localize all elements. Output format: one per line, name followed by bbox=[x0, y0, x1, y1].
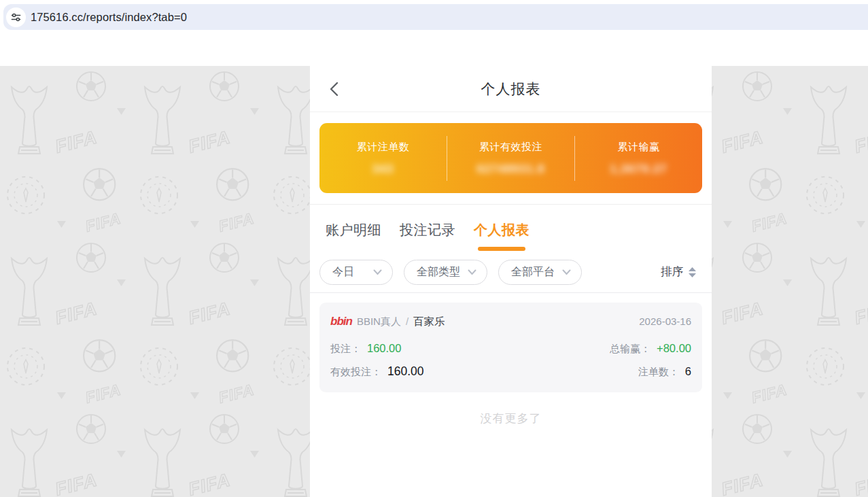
total-winloss: 总输赢： +80.00 bbox=[610, 342, 691, 356]
tab-betting-records[interactable]: 投注记录 bbox=[400, 221, 455, 251]
report-list-item: bbin BBIN真人 / 百家乐 2026-03-16 投注： 160.00 … bbox=[319, 303, 702, 392]
screen: 175616.cc/reports/index?tab=0 FIFA bbox=[0, 0, 868, 497]
tab-personal-report[interactable]: 个人报表 bbox=[474, 221, 530, 251]
back-button[interactable] bbox=[328, 80, 344, 98]
tab-underline bbox=[404, 247, 451, 251]
tab-underline bbox=[330, 247, 377, 251]
bet-amount: 投注： 160.00 bbox=[330, 342, 401, 356]
stat-value-blurred: 1,3679.27 bbox=[575, 162, 702, 176]
stat-value-blurred: 343 bbox=[319, 162, 447, 176]
stat-total-bets: 累计注单数 343 bbox=[319, 141, 447, 176]
no-more-label: 没有更多了 bbox=[310, 411, 712, 426]
valid-bet-amount: 有效投注： 160.00 bbox=[330, 364, 424, 379]
tab-account-details[interactable]: 账户明细 bbox=[326, 221, 381, 251]
date-range-dropdown[interactable]: 今日 bbox=[319, 260, 393, 285]
bet-count: 注单数： 6 bbox=[638, 365, 691, 379]
address-omnibox[interactable]: 175616.cc/reports/index?tab=0 bbox=[3, 4, 868, 30]
chevron-left-icon bbox=[328, 81, 340, 97]
platform-dropdown[interactable]: 全部平台 bbox=[498, 260, 582, 285]
stat-total-valid-bets: 累计有效投注 62748931.8 bbox=[447, 141, 574, 176]
report-item-header: bbin BBIN真人 / 百家乐 2026-03-16 bbox=[330, 315, 691, 329]
provider-info: bbin BBIN真人 / 百家乐 bbox=[330, 315, 445, 329]
sort-control[interactable]: 排序 bbox=[661, 264, 697, 279]
report-item-row: 投注： 160.00 总输赢： +80.00 bbox=[330, 342, 691, 356]
url-text[interactable]: 175616.cc/reports/index?tab=0 bbox=[31, 11, 187, 24]
provider-name: BBIN真人 bbox=[357, 315, 401, 328]
stat-label: 累计输赢 bbox=[575, 141, 702, 154]
app-header: 个人报表 bbox=[310, 66, 712, 112]
chevron-down-icon bbox=[562, 269, 571, 275]
tune-icon bbox=[11, 12, 21, 22]
stat-label: 累计有效投注 bbox=[447, 141, 574, 154]
section-divider bbox=[310, 292, 712, 293]
chevron-down-icon bbox=[468, 269, 476, 275]
site-settings-icon[interactable] bbox=[6, 7, 26, 27]
type-dropdown[interactable]: 全部类型 bbox=[404, 260, 487, 285]
sort-arrows-icon bbox=[688, 267, 697, 278]
browser-bar: 175616.cc/reports/index?tab=0 bbox=[0, 0, 868, 33]
app-column: 个人报表 累计注单数 343 累计有效投注 62748931.8 累计输赢 1,… bbox=[310, 66, 712, 497]
active-tab-underline bbox=[478, 247, 525, 251]
game-name: 百家乐 bbox=[413, 315, 445, 329]
stat-label: 累计注单数 bbox=[319, 141, 447, 154]
filter-bar: 今日 全部类型 全部平台 排序 bbox=[310, 259, 712, 285]
chevron-down-icon bbox=[373, 269, 382, 275]
summary-stats-card: 累计注单数 343 累计有效投注 62748931.8 累计输赢 1,3679.… bbox=[319, 123, 702, 193]
report-item-row: 有效投注： 160.00 注单数： 6 bbox=[330, 364, 691, 379]
separator: / bbox=[406, 315, 409, 327]
report-date: 2026-03-16 bbox=[639, 315, 691, 327]
stat-value-blurred: 62748931.8 bbox=[447, 162, 574, 176]
page-title: 个人报表 bbox=[481, 80, 541, 99]
tab-bar: 账户明细 投注记录 个人报表 bbox=[310, 205, 712, 251]
bbin-logo: bbin bbox=[330, 315, 352, 328]
stat-total-winloss: 累计输赢 1,3679.27 bbox=[575, 141, 702, 176]
